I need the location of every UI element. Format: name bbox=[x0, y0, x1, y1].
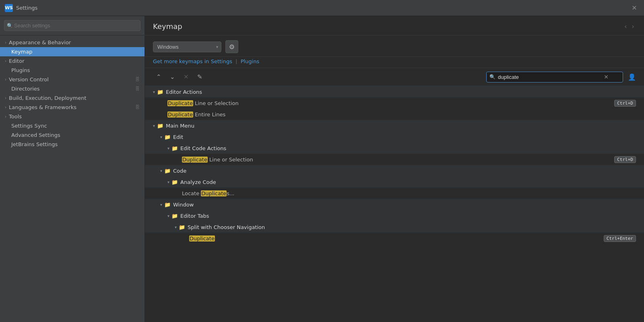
tree-row-label: Duplicate Entire Lines bbox=[167, 111, 636, 118]
sidebar-item-label: Build, Execution, Deployment bbox=[9, 95, 86, 101]
links-row: Get more keymaps in Settings | Plugins bbox=[145, 57, 644, 68]
tree-group-main-menu[interactable]: ▾📁Main Menu bbox=[145, 120, 644, 131]
tree-group-window[interactable]: ▾📁Window bbox=[145, 199, 644, 210]
main-container: 🔍 ›Appearance & BehaviorKeymap›EditorPlu… bbox=[0, 16, 644, 322]
nav-chevron-icon: › bbox=[5, 40, 6, 45]
search-clear-icon[interactable]: ✕ bbox=[604, 74, 609, 80]
tree-chevron-icon: ▾ bbox=[160, 169, 162, 173]
tree-row-label: Editor Actions bbox=[166, 89, 636, 95]
highlight-match: Duplicate bbox=[167, 100, 193, 106]
sidebar-item-directories[interactable]: Directories🗄 bbox=[0, 84, 144, 93]
tree-chevron-icon: ▾ bbox=[153, 90, 155, 94]
app-icon: WS bbox=[5, 4, 13, 12]
plugins-link[interactable]: Plugins bbox=[241, 58, 260, 64]
sidebar-item-advanced-settings[interactable]: Advanced Settings bbox=[0, 130, 144, 140]
sidebar-item-tools[interactable]: ›Tools bbox=[0, 112, 144, 121]
tree-row-label: Window bbox=[173, 202, 636, 208]
tree-item-dup-entire[interactable]: Duplicate Entire Lines bbox=[145, 109, 644, 120]
folder-icon: 📁 bbox=[171, 213, 178, 219]
nav-chevron-icon: › bbox=[5, 105, 6, 109]
sidebar-item-version-control[interactable]: ›Version Control🗄 bbox=[0, 75, 144, 84]
sidebar-item-build[interactable]: ›Build, Execution, Deployment bbox=[0, 93, 144, 103]
tree-chevron-icon: ▾ bbox=[160, 202, 162, 207]
shortcut-badge: Ctrl+D bbox=[614, 156, 636, 163]
expand-button[interactable]: ⌄ bbox=[167, 71, 178, 83]
keymap-controls: WindowsMac OS XDefaultCustom ▾ ⚙ bbox=[145, 35, 644, 57]
tree-item-dup-line-2[interactable]: Duplicate Line or SelectionCtrl+D bbox=[145, 154, 644, 165]
storage-icon: 🗄 bbox=[135, 105, 140, 110]
sidebar-item-keymap[interactable]: Keymap bbox=[0, 47, 144, 56]
folder-icon: 📁 bbox=[179, 224, 185, 230]
action-search-input[interactable] bbox=[486, 72, 623, 83]
tree-group-editor-tabs[interactable]: ▾📁Editor Tabs bbox=[145, 210, 644, 221]
folder-icon: 📁 bbox=[171, 179, 178, 185]
search-box-wrapper: 🔍 ✕ bbox=[486, 72, 623, 83]
tree-group-editor-actions[interactable]: ▾📁Editor Actions bbox=[145, 86, 644, 97]
close-button[interactable]: ✕ bbox=[630, 3, 639, 13]
tree-group-edit[interactable]: ▾📁Edit bbox=[145, 131, 644, 142]
sidebar-item-label: Settings Sync bbox=[11, 123, 47, 129]
person-icon[interactable]: 👤 bbox=[628, 73, 636, 81]
shortcut-badge: Ctrl+D bbox=[614, 100, 636, 107]
sidebar-item-plugins[interactable]: Plugins bbox=[0, 66, 144, 75]
tree-group-code[interactable]: ▾📁Code bbox=[145, 165, 644, 176]
window-title: Settings bbox=[16, 5, 630, 11]
sidebar-item-label: Tools bbox=[9, 114, 22, 120]
tree-row-label: Split with Chooser Navigation bbox=[188, 224, 636, 230]
sidebar-item-appearance[interactable]: ›Appearance & Behavior bbox=[0, 38, 144, 47]
nav-arrows: ‹ › bbox=[623, 22, 636, 31]
sidebar-item-jetbrains-settings[interactable]: JetBrains Settings bbox=[0, 140, 144, 149]
tree-chevron-icon: ▾ bbox=[160, 135, 162, 139]
tree-item-dup-split[interactable]: DuplicateCtrl+Enter bbox=[145, 233, 644, 244]
nav-chevron-icon: › bbox=[5, 96, 6, 100]
tree-chevron-icon: ▾ bbox=[167, 214, 169, 218]
folder-icon: 📁 bbox=[157, 123, 163, 129]
shortcut-badge: Ctrl+Enter bbox=[604, 235, 636, 242]
tree-row-label: Duplicate Line or Selection bbox=[182, 157, 614, 163]
tree-group-split-chooser-nav[interactable]: ▾📁Split with Chooser Navigation bbox=[145, 221, 644, 233]
folder-icon: 📁 bbox=[164, 134, 171, 140]
folder-icon: 📁 bbox=[171, 145, 178, 151]
sidebar-item-editor[interactable]: ›Editor bbox=[0, 56, 144, 66]
action-search-icon: 🔍 bbox=[489, 74, 495, 80]
link-separator: | bbox=[235, 58, 237, 64]
tree-item-dup-line[interactable]: Duplicate Line or SelectionCtrl+D bbox=[145, 97, 644, 109]
tree-group-analyze-code[interactable]: ▾📁Analyze Code bbox=[145, 176, 644, 188]
edit-button[interactable]: ✎ bbox=[194, 71, 205, 83]
get-more-keymaps-link[interactable]: Get more keymaps in Settings bbox=[153, 58, 232, 64]
highlight-match: Duplicate bbox=[189, 235, 215, 242]
tree-row-label: Code bbox=[173, 168, 636, 174]
sidebar-item-label: Keymap bbox=[11, 49, 32, 55]
sidebar: 🔍 ›Appearance & BehaviorKeymap›EditorPlu… bbox=[0, 16, 145, 322]
collapse-button[interactable]: ⌃ bbox=[153, 71, 164, 83]
sidebar-item-languages[interactable]: ›Languages & Frameworks🗄 bbox=[0, 103, 144, 112]
sidebar-item-settings-sync[interactable]: Settings Sync bbox=[0, 121, 144, 130]
remove-button[interactable]: ✕ bbox=[180, 71, 192, 83]
tree-row-label: Duplicate bbox=[189, 235, 604, 242]
forward-arrow[interactable]: › bbox=[630, 22, 636, 31]
sidebar-item-label: Appearance & Behavior bbox=[9, 39, 71, 45]
keymap-dropdown-wrapper: WindowsMac OS XDefaultCustom ▾ bbox=[153, 41, 221, 52]
keymap-dropdown[interactable]: WindowsMac OS XDefaultCustom bbox=[153, 41, 221, 52]
tree-group-edit-code-actions[interactable]: ▾📁Edit Code Actions bbox=[145, 142, 644, 154]
sidebar-item-label: Directories bbox=[11, 86, 40, 92]
sidebar-item-label: Version Control bbox=[9, 76, 49, 83]
tree-chevron-icon: ▾ bbox=[167, 180, 169, 184]
sidebar-nav: ›Appearance & BehaviorKeymap›EditorPlugi… bbox=[0, 35, 144, 322]
storage-icon: 🗄 bbox=[135, 77, 140, 82]
tree-row-label: Edit Code Actions bbox=[180, 145, 636, 151]
highlight-match: Duplicate bbox=[167, 111, 193, 118]
tree-content: ▾📁Editor ActionsDuplicate Line or Select… bbox=[145, 86, 644, 322]
sidebar-item-label: Languages & Frameworks bbox=[9, 104, 76, 110]
tree-chevron-icon: ▾ bbox=[153, 124, 155, 128]
tree-item-locate-dup[interactable]: Locate Duplicates... bbox=[145, 188, 644, 199]
keymap-gear-button[interactable]: ⚙ bbox=[225, 40, 238, 53]
action-bar: ⌃ ⌄ ✕ ✎ 🔍 ✕ 👤 bbox=[145, 68, 644, 86]
back-arrow[interactable]: ‹ bbox=[623, 22, 628, 31]
sidebar-search-input[interactable] bbox=[4, 20, 140, 31]
page-title: Keymap bbox=[153, 22, 182, 31]
sidebar-item-label: Editor bbox=[9, 58, 24, 64]
tree-row-label: Main Menu bbox=[166, 123, 636, 129]
tree-row-label: Duplicate Line or Selection bbox=[167, 100, 614, 106]
sidebar-item-label: JetBrains Settings bbox=[11, 141, 58, 147]
